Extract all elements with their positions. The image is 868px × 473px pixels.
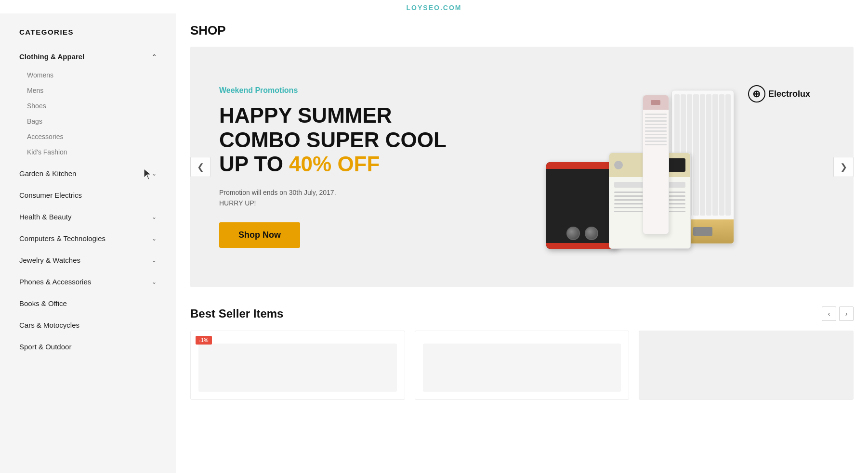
chevron-down-icon-phones: ⌄ xyxy=(152,279,157,285)
best-seller-title: Best Seller Items xyxy=(190,307,283,320)
sidebar-item-cars-motocycles[interactable]: Cars & Motocycles xyxy=(0,314,176,336)
chevron-up-icon: ⌃ xyxy=(152,53,157,60)
slider-next-button[interactable]: ❯ xyxy=(833,157,854,177)
heater-knob xyxy=(566,227,580,240)
product-image-placeholder-1 xyxy=(423,344,621,392)
sidebar-sub-item-kids-fashion[interactable]: Kid's Fashion xyxy=(0,144,176,160)
slider-prev-icon: ❮ xyxy=(197,162,204,172)
chevron-down-icon-jewelry: ⌄ xyxy=(152,257,157,264)
banner-discount-highlight: 40% OFF xyxy=(289,152,380,176)
shop-now-button[interactable]: Shop Now xyxy=(219,222,300,248)
sidebar-item-consumer-electrics[interactable]: Consumer Electrics xyxy=(0,184,176,206)
banner-image-area: ⊕ Electrolux xyxy=(450,76,825,258)
product-card-1[interactable] xyxy=(415,331,630,400)
sidebar-sub-item-mens[interactable]: Mens xyxy=(0,83,176,98)
appliance-illustration xyxy=(537,76,739,258)
sidebar-sub-item-accessories[interactable]: Accessories xyxy=(0,129,176,144)
brand-label: ⊕ Electrolux xyxy=(748,85,810,102)
best-seller-next-button[interactable]: › xyxy=(839,307,854,321)
best-seller-prev-button[interactable]: ‹ xyxy=(822,307,836,321)
categories-title: CATEGORIES xyxy=(0,28,176,46)
chevron-down-icon-computers: ⌄ xyxy=(152,235,157,242)
product-image-placeholder-0 xyxy=(198,344,397,392)
clothing-apparel-subcategories: Womens Mens Shoes Bags Accessories Kid's… xyxy=(0,67,176,163)
sidebar-item-health-beauty[interactable]: Health & Beauty ⌄ xyxy=(0,206,176,228)
sidebar-item-books-office[interactable]: Books & Office xyxy=(0,293,176,314)
sidebar-item-phones-accessories[interactable]: Phones & Accessories ⌄ xyxy=(0,271,176,293)
sidebar-sub-item-womens[interactable]: Womens xyxy=(0,67,176,83)
brand-logo: ⊕ xyxy=(748,85,765,102)
heater-knob xyxy=(585,227,598,240)
banner-slider: ❮ Weekend Promotions HAPPY SUMMER COMBO … xyxy=(190,47,854,287)
sidebar-sub-item-bags[interactable]: Bags xyxy=(0,114,176,129)
sidebar-item-clothing-apparel[interactable]: Clothing & Apparel ⌃ xyxy=(0,46,176,67)
sidebar-sub-item-shoes[interactable]: Shoes xyxy=(0,98,176,114)
sidebar-item-computers-technologies[interactable]: Computers & Technologies ⌄ xyxy=(0,228,176,249)
best-seller-section-header: Best Seller Items ‹ › xyxy=(190,307,854,321)
products-row: -1% xyxy=(190,331,854,400)
product-discount-badge-0: -1% xyxy=(196,336,212,345)
banner-content: Weekend Promotions HAPPY SUMMER COMBO SU… xyxy=(190,47,854,287)
sidebar-item-sport-outdoor[interactable]: Sport & Outdoor xyxy=(0,336,176,358)
slider-prev-button[interactable]: ❮ xyxy=(190,157,210,177)
sidebar-item-jewelry-watches[interactable]: Jewelry & Watches ⌄ xyxy=(0,249,176,271)
banner-text: Weekend Promotions HAPPY SUMMER COMBO SU… xyxy=(219,86,450,248)
page-layout: CATEGORIES Clothing & Apparel ⌃ Womens M… xyxy=(0,13,868,473)
sidebar: CATEGORIES Clothing & Apparel ⌃ Womens M… xyxy=(0,13,176,473)
best-seller-nav: ‹ › xyxy=(822,307,854,321)
heater-grill xyxy=(575,169,590,224)
watermark: LOYSEO.COM xyxy=(0,0,868,13)
chevron-down-icon-health: ⌄ xyxy=(152,214,157,220)
product-card-2[interactable] xyxy=(639,331,854,400)
product-card-0[interactable]: -1% xyxy=(190,331,405,400)
banner-promo-label: Weekend Promotions xyxy=(219,86,450,95)
electric-heater-small xyxy=(546,162,618,249)
slider-next-icon: ❯ xyxy=(840,162,847,172)
main-content: SHOP ❮ Weekend Promotions HAPPY SUMMER C… xyxy=(176,13,868,473)
sidebar-item-garden-kitchen[interactable]: Garden & Kitchen ⌄ xyxy=(0,163,176,184)
page-title: SHOP xyxy=(190,23,854,38)
slim-appliance xyxy=(643,95,669,234)
banner-sub-text: Promotion will ends on 30th July, 2017. … xyxy=(219,187,450,209)
svg-marker-0 xyxy=(144,169,151,179)
banner-heading: HAPPY SUMMER COMBO SUPER COOL UP TO 40% … xyxy=(219,103,450,177)
chevron-down-icon: ⌄ xyxy=(152,170,157,177)
